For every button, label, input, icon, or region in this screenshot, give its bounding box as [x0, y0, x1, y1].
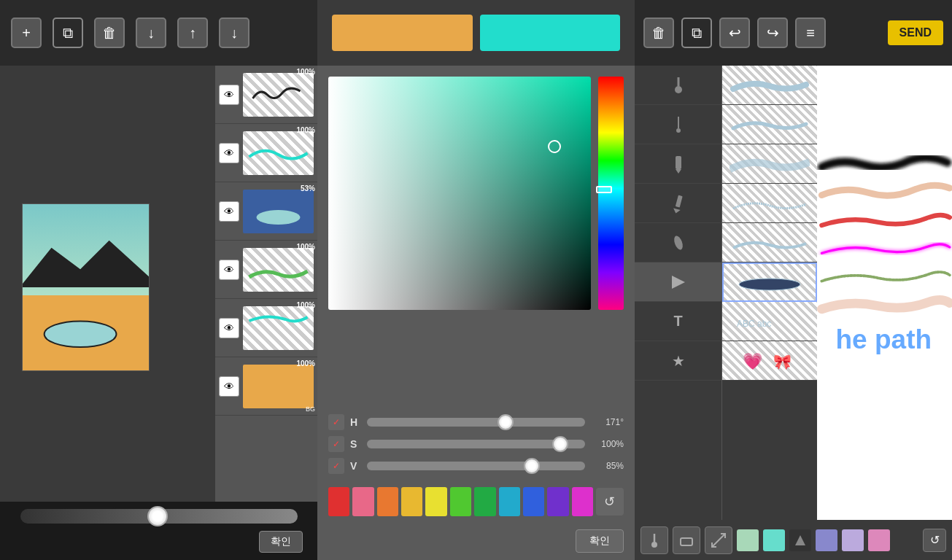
transform-tool-button[interactable] — [705, 526, 732, 554]
brush-preview-text-svg: ABC abc — [730, 311, 810, 332]
palette-color-pink[interactable] — [352, 487, 374, 516]
opacity-slider-thumb[interactable] — [147, 506, 168, 526]
add-layer-button[interactable]: + — [11, 18, 42, 48]
move-down-button[interactable]: ↓ — [219, 18, 249, 48]
layer-visibility-toggle[interactable]: 👁 — [219, 376, 239, 397]
move-up-button[interactable]: ↑ — [177, 18, 208, 48]
refresh-palette-button[interactable]: ↺ — [923, 529, 946, 552]
brush-strokes-canvas: he path — [817, 66, 952, 520]
palette-color-purple[interactable] — [547, 487, 568, 516]
layer-item[interactable]: 👁 53% — [215, 182, 317, 241]
palette-color-magenta[interactable] — [572, 487, 593, 516]
v-checkbox[interactable]: ✓ — [328, 458, 344, 474]
brush-item-pencil[interactable] — [635, 184, 721, 223]
confirm-button-middle[interactable]: 확인 — [576, 529, 624, 553]
palette-color-orange[interactable] — [377, 487, 398, 516]
layer-visibility-toggle[interactable]: 👁 — [219, 260, 239, 280]
brush-preview-text[interactable]: ABC abc — [722, 302, 817, 341]
color-gradient-picker[interactable] — [328, 77, 591, 310]
brush-preview-pencil[interactable] — [722, 184, 817, 223]
palette-color-teal[interactable] — [499, 487, 520, 516]
layer-visibility-toggle[interactable]: 👁 — [219, 143, 239, 163]
palette-color-yellow-orange[interactable] — [401, 487, 422, 516]
brush-item-stamp[interactable]: ★ — [635, 341, 721, 381]
brush-item-round[interactable] — [635, 66, 721, 105]
svg-point-4 — [676, 128, 681, 133]
import-button[interactable]: ↓ — [136, 18, 166, 48]
palette-color-red[interactable] — [328, 487, 349, 516]
s-checkbox[interactable]: ✓ — [328, 436, 344, 452]
layers-button-right[interactable]: ⧉ — [681, 18, 712, 48]
brush-preview-small[interactable] — [722, 105, 817, 144]
layer-visibility-toggle[interactable]: 👁 — [219, 318, 239, 338]
brush-preview-stamp[interactable]: 💗 🎀 — [722, 341, 817, 381]
palette-color-light-green[interactable] — [450, 487, 471, 516]
brush-tool-button[interactable] — [641, 526, 668, 554]
triangle-icon — [789, 529, 811, 551]
palette-color-green[interactable] — [474, 487, 495, 516]
h-checkbox[interactable]: ✓ — [328, 414, 344, 430]
undo-button[interactable]: ↩ — [719, 18, 750, 48]
h-slider[interactable] — [367, 418, 585, 427]
s-label: S — [350, 438, 361, 450]
brush-item-pen[interactable] — [635, 223, 721, 262]
brush-preview-round[interactable] — [722, 66, 817, 105]
redo-button[interactable]: ↪ — [757, 18, 788, 48]
palette-refresh-button[interactable]: ↺ — [596, 488, 624, 516]
layer-item[interactable]: 👁 100% — [215, 66, 317, 124]
stack-button[interactable]: ≡ — [795, 18, 826, 48]
v-slider-thumb[interactable] — [524, 458, 540, 474]
brush-tool-icon — [646, 532, 662, 548]
bottom-color-swatch-6[interactable] — [868, 529, 890, 551]
svg-point-2 — [675, 86, 682, 93]
layer-item[interactable]: 👁 100% — [215, 299, 317, 357]
brush-item-text[interactable]: T — [635, 302, 721, 341]
brush-preview-marker[interactable] — [722, 144, 817, 184]
delete-layer-button[interactable]: 🗑 — [94, 18, 125, 48]
send-button[interactable]: SEND — [888, 20, 943, 45]
brush-item-small[interactable] — [635, 105, 721, 144]
svg-rect-8 — [675, 195, 682, 207]
confirm-button-left[interactable]: 확인 — [259, 531, 303, 553]
brush-text-icon: T — [673, 313, 682, 330]
bottom-color-swatch-5[interactable] — [842, 529, 864, 551]
brush-item-marker[interactable] — [635, 144, 721, 184]
layer-visibility-toggle[interactable]: 👁 — [219, 85, 239, 105]
eraser-tool-button[interactable] — [673, 526, 700, 554]
hue-slider-cursor[interactable] — [596, 186, 612, 193]
copy-layer-button[interactable]: ⧉ — [53, 18, 83, 48]
saturation-row: ✓ S 100% — [328, 436, 624, 452]
bottom-color-swatch-2[interactable] — [763, 529, 785, 551]
hue-slider[interactable] — [598, 77, 624, 310]
svg-line-20 — [712, 534, 725, 547]
canvas-preview — [22, 203, 150, 371]
s-slider[interactable] — [367, 440, 585, 448]
palette-color-blue[interactable] — [523, 487, 544, 516]
svg-point-1 — [257, 210, 301, 225]
bottom-color-swatch-4[interactable] — [816, 529, 837, 551]
s-slider-thumb[interactable] — [552, 436, 568, 452]
delete-button-right[interactable]: 🗑 — [643, 18, 674, 48]
brush-preview-pen[interactable] — [722, 223, 817, 262]
color-swatch-primary[interactable] — [332, 15, 473, 51]
palette-color-yellow[interactable] — [425, 487, 446, 516]
brush-canvas[interactable]: he path — [817, 66, 952, 520]
gradient-cursor[interactable] — [548, 140, 561, 153]
bottom-color-swatch-1[interactable] — [737, 529, 759, 551]
brush-marker-icon — [668, 154, 689, 174]
v-slider[interactable] — [367, 462, 585, 470]
layer-visibility-toggle[interactable]: 👁 — [219, 201, 239, 222]
brush-preview-fill[interactable] — [722, 262, 817, 302]
opacity-slider[interactable] — [20, 509, 298, 524]
bottom-color-swatch-3[interactable] — [789, 529, 811, 551]
brush-item-fill[interactable] — [635, 262, 721, 302]
layer-item[interactable]: 👁 100% — [215, 241, 317, 299]
layer-item[interactable]: 👁 100% — [215, 124, 317, 182]
color-swatch-secondary[interactable] — [480, 15, 621, 51]
layer-item[interactable]: 👁 100% BG — [215, 357, 317, 416]
layer-thumbnail — [243, 365, 314, 408]
right-toolbar: 🗑 ⧉ ↩ ↪ ≡ SEND — [635, 0, 952, 66]
h-slider-thumb[interactable] — [498, 414, 514, 430]
svg-marker-9 — [672, 208, 680, 214]
brush-preview-small-svg — [730, 114, 810, 136]
